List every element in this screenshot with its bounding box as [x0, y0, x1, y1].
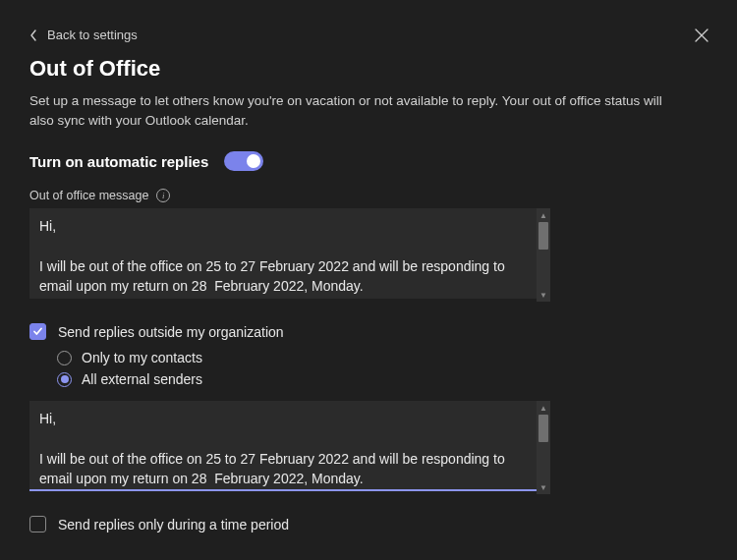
back-link-label: Back to settings	[47, 28, 138, 42]
scroll-up-icon[interactable]: ▲	[537, 208, 550, 222]
page-title: Out of Office	[29, 56, 708, 82]
automatic-replies-label: Turn on automatic replies	[29, 153, 208, 170]
only-contacts-label: Only to my contacts	[82, 350, 202, 365]
automatic-replies-toggle[interactable]	[224, 151, 263, 171]
send-outside-org-label: Send replies outside my organization	[58, 324, 284, 340]
scroll-up-icon[interactable]: ▲	[537, 401, 550, 415]
chevron-left-icon	[29, 29, 37, 41]
time-period-label: Send replies only during a time period	[58, 517, 289, 532]
scroll-down-icon[interactable]: ▼	[537, 480, 550, 494]
back-to-settings-link[interactable]: Back to settings	[29, 28, 138, 42]
external-message-input[interactable]	[29, 401, 550, 491]
scroll-thumb[interactable]	[539, 222, 548, 250]
external-message-textbox-wrap: ▲ ▼	[29, 401, 550, 494]
send-outside-org-checkbox[interactable]	[29, 323, 46, 340]
all-external-radio[interactable]	[57, 372, 72, 387]
scroll-thumb[interactable]	[539, 415, 548, 442]
out-of-office-panel: Back to settings Out of Office Set up a …	[0, 0, 737, 560]
info-icon[interactable]: i	[156, 189, 170, 202]
external-recipients-radio-group: Only to my contacts All external senders	[57, 350, 708, 387]
time-period-checkbox[interactable]	[29, 516, 46, 532]
scrollbar[interactable]: ▲ ▼	[537, 401, 550, 494]
message-textbox-wrap: ▲ ▼	[29, 208, 550, 302]
all-external-label: All external senders	[82, 371, 202, 387]
message-field-label: Out of office message	[29, 189, 148, 202]
page-description: Set up a message to let others know you'…	[29, 91, 678, 130]
close-button[interactable]	[694, 28, 713, 47]
scrollbar[interactable]: ▲ ▼	[537, 208, 550, 302]
out-of-office-message-input[interactable]	[29, 208, 550, 299]
scroll-down-icon[interactable]: ▼	[537, 288, 550, 302]
only-contacts-radio[interactable]	[57, 351, 72, 365]
